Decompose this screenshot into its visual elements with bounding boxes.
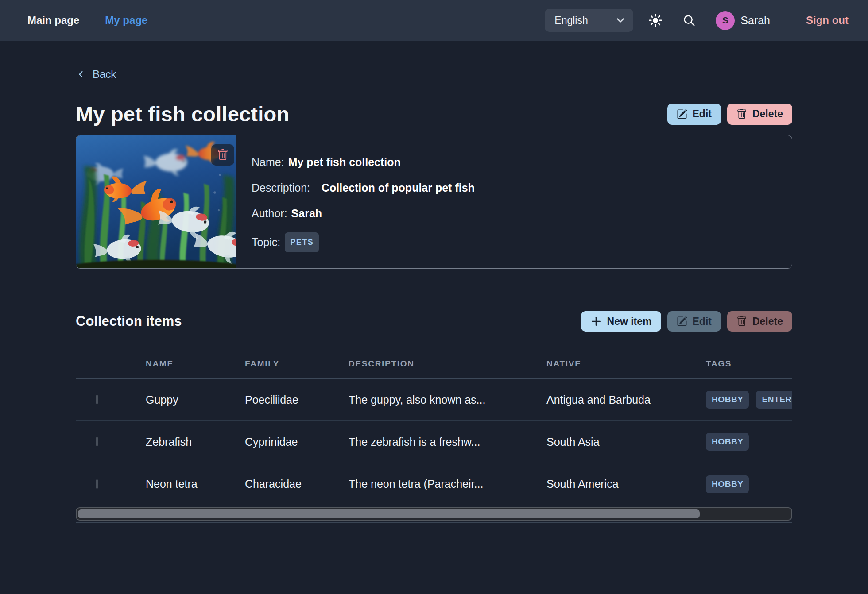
name-value: My pet fish collection	[288, 155, 401, 169]
detail-topic: Topic: PETS	[252, 232, 475, 252]
author-label: Author:	[252, 207, 287, 220]
author-value: Sarah	[291, 207, 322, 220]
cell-native: Antigua and Barbuda	[546, 393, 706, 406]
delete-item-button[interactable]: Delete	[727, 311, 792, 332]
row-checkbox[interactable]	[96, 479, 98, 489]
navbar-divider	[783, 8, 783, 32]
row-checkbox[interactable]	[96, 395, 98, 404]
row-checkbox[interactable]	[96, 437, 98, 446]
header-native: NATIVE	[546, 359, 706, 369]
tag-badge: ENTER	[756, 391, 792, 409]
detail-name: Name: My pet fish collection	[252, 155, 475, 169]
tag-badge: HOBBY	[706, 391, 749, 409]
cell-native: South Asia	[546, 436, 706, 448]
cell-description: The neon tetra (Paracheir...	[349, 478, 546, 490]
chevron-down-icon	[615, 15, 626, 26]
user-name: Sarah	[740, 14, 770, 27]
new-item-label: New item	[607, 316, 652, 328]
search-button[interactable]	[680, 12, 698, 29]
trash-icon	[736, 316, 747, 327]
cell-description: The zebrafish is a freshw...	[349, 436, 546, 448]
items-actions: New item Edit Delete	[581, 311, 792, 332]
items-table: NAME FAMILY DESCRIPTION NATIVE TAGS Gupp…	[76, 332, 792, 523]
top-navbar: Main page My page English S Sarah Si	[0, 0, 868, 41]
table-body: Guppy Poeciliidae The guppy, also known …	[76, 379, 792, 505]
sign-out-button[interactable]: Sign out	[806, 14, 849, 27]
delete-collection-button[interactable]: Delete	[727, 104, 792, 125]
title-row: My pet fish collection Edit Delete	[76, 102, 792, 126]
tag-badge: HOBBY	[706, 433, 749, 451]
page-content: Back My pet fish collection Edit Delete	[76, 41, 792, 523]
collection-image	[76, 135, 236, 268]
user-avatar[interactable]: S	[716, 11, 735, 30]
detail-author: Author: Sarah	[252, 207, 475, 220]
description-value: Collection of popular pet fish	[322, 181, 475, 195]
edit-collection-label: Edit	[693, 108, 712, 120]
cell-name: Guppy	[146, 393, 245, 406]
delete-collection-label: Delete	[752, 108, 783, 120]
cell-family: Poeciliidae	[245, 393, 349, 406]
theme-toggle-button[interactable]	[647, 12, 664, 29]
cell-family: Characidae	[245, 478, 349, 490]
items-section-header: Collection items New item Edit Delete	[76, 311, 792, 332]
delete-item-label: Delete	[752, 316, 783, 328]
horizontal-scrollbar[interactable]	[76, 507, 792, 521]
search-icon	[682, 14, 696, 27]
cell-name: Zebrafish	[146, 436, 245, 448]
cell-tags: HOBBYENTER	[706, 379, 792, 420]
topic-badge: PETS	[285, 232, 319, 252]
pencil-square-icon	[677, 316, 687, 327]
chevron-left-icon	[76, 69, 86, 80]
cell-tags: HOBBY	[706, 463, 792, 505]
table-bottom-border	[76, 522, 792, 523]
header-family: FAMILY	[245, 359, 349, 369]
edit-item-button[interactable]: Edit	[667, 311, 721, 332]
edit-item-label: Edit	[693, 316, 712, 328]
collection-actions: Edit Delete	[667, 104, 793, 125]
navbar-right: English S Sarah Sign out	[545, 8, 849, 32]
items-section-title: Collection items	[76, 313, 182, 329]
table-row[interactable]: Guppy Poeciliidae The guppy, also known …	[76, 379, 792, 421]
header-tags: TAGS	[706, 359, 792, 369]
cell-description: The guppy, also known as...	[349, 393, 546, 406]
language-select[interactable]: English	[545, 9, 633, 32]
topic-label: Topic:	[252, 235, 280, 249]
trash-icon	[736, 109, 747, 120]
collection-card: Name: My pet fish collection Description…	[76, 135, 792, 269]
plus-icon	[590, 316, 602, 327]
name-label: Name:	[252, 155, 284, 169]
cell-family: Cyprinidae	[245, 436, 349, 448]
table-row[interactable]: Neon tetra Characidae The neon tetra (Pa…	[76, 463, 792, 505]
nav-links: Main page My page	[27, 14, 147, 27]
new-item-button[interactable]: New item	[581, 311, 661, 332]
back-link[interactable]: Back	[76, 68, 116, 81]
edit-collection-button[interactable]: Edit	[667, 104, 721, 125]
detail-description: Description: Collection of popular pet f…	[252, 181, 475, 195]
avatar-initial: S	[722, 15, 728, 26]
cell-tags: HOBBY	[706, 421, 792, 463]
page-title: My pet fish collection	[76, 102, 289, 126]
nav-link-main-page[interactable]: Main page	[27, 14, 79, 27]
image-delete-button[interactable]	[211, 144, 234, 166]
table-header-row: NAME FAMILY DESCRIPTION NATIVE TAGS	[76, 332, 792, 379]
nav-link-my-page[interactable]: My page	[105, 14, 147, 27]
tag-badge: HOBBY	[706, 475, 749, 493]
cell-native: South America	[546, 478, 706, 490]
language-select-value: English	[554, 15, 588, 27]
header-name: NAME	[146, 359, 245, 369]
description-label: Description:	[252, 181, 310, 195]
collection-details: Name: My pet fish collection Description…	[236, 135, 492, 268]
scrollbar-thumb[interactable]	[78, 509, 700, 518]
sun-icon	[648, 13, 663, 27]
header-description: DESCRIPTION	[349, 359, 546, 369]
table-row[interactable]: Zebrafish Cyprinidae The zebrafish is a …	[76, 421, 792, 463]
trash-icon	[217, 149, 229, 161]
back-link-label: Back	[93, 68, 116, 81]
pencil-square-icon	[677, 109, 687, 120]
cell-name: Neon tetra	[146, 478, 245, 490]
